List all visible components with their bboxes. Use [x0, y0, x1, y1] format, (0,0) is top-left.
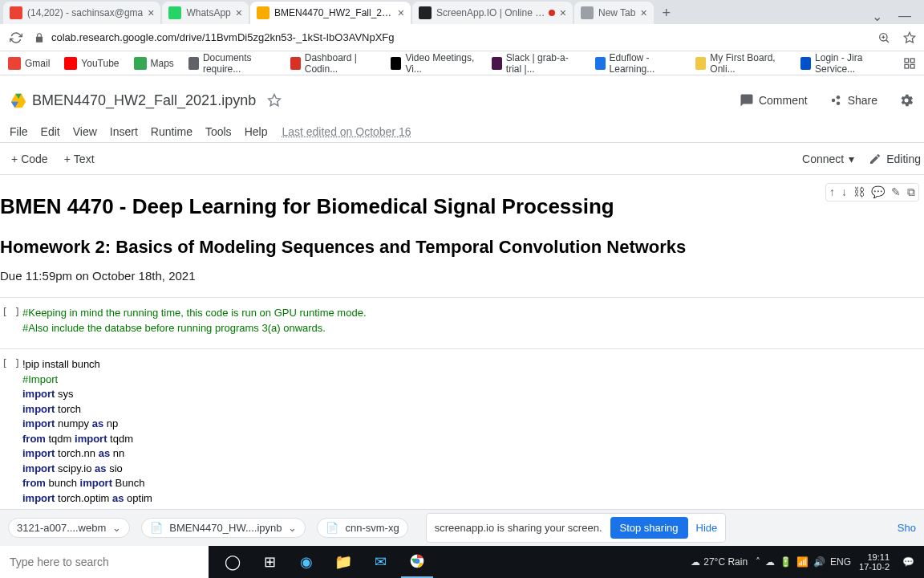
- dashboard-icon: [290, 57, 301, 70]
- code-cell[interactable]: [ ] #Keeping in mind the running time, t…: [0, 298, 924, 344]
- cell-gutter[interactable]: [ ]: [0, 306, 22, 336]
- menu-bar: File Edit View Insert Runtime Tools Help…: [0, 120, 924, 143]
- recording-indicator-icon: [549, 10, 555, 16]
- share-button[interactable]: Share: [829, 93, 877, 108]
- battery-icon[interactable]: 🔋: [780, 556, 792, 568]
- tab-title: BMEN4470_HW2_Fall_2021.ipynb: [274, 7, 393, 18]
- browser-tab[interactable]: ScreenApp.IO | Online Scree ×: [412, 2, 573, 24]
- slack-icon: [492, 57, 502, 70]
- connect-button[interactable]: Connect ▾: [797, 149, 859, 169]
- bookmark-dashboard[interactable]: Dashboard | Codin...: [290, 52, 377, 75]
- link-icon[interactable]: ⛓: [853, 185, 865, 199]
- notebook-area[interactable]: ↑ ↓ ⛓ 💬 ✎ ⧉ BMEN 4470 - Deep Learning fo…: [0, 175, 924, 536]
- bookmark-youtube[interactable]: YouTube: [64, 57, 119, 70]
- mail-icon[interactable]: ✉: [364, 546, 396, 578]
- tab-favicon: [581, 6, 594, 19]
- bookmark-board[interactable]: My First Board, Onli...: [695, 52, 786, 75]
- reading-list-icon[interactable]: [903, 57, 916, 70]
- menu-view[interactable]: View: [67, 124, 103, 140]
- svg-rect-3: [910, 59, 914, 63]
- cortana-icon[interactable]: ◯: [217, 546, 249, 578]
- taskbar-search[interactable]: Type here to search: [0, 546, 209, 578]
- download-item[interactable]: 📄cnn-svm-xg: [317, 518, 407, 538]
- minimize-icon[interactable]: —: [898, 9, 911, 24]
- chevron-down-icon[interactable]: ⌄: [872, 9, 882, 24]
- notifications-icon[interactable]: 💬: [898, 556, 919, 568]
- close-icon[interactable]: ×: [398, 6, 404, 19]
- last-edit-status[interactable]: Last edited on October 16: [282, 125, 411, 138]
- add-text-button[interactable]: +Text: [56, 149, 103, 169]
- lock-icon[interactable]: [34, 32, 45, 43]
- bookmark-label: Video Meetings, Vi...: [405, 52, 476, 75]
- code-body[interactable]: !pip install bunch #Import import sys im…: [22, 357, 173, 521]
- bookmark-maps[interactable]: Maps: [134, 57, 174, 70]
- chevron-down-icon[interactable]: ⌄: [288, 522, 297, 534]
- menu-file[interactable]: File: [3, 124, 34, 140]
- download-item[interactable]: 3121-a007....webm⌄: [8, 518, 130, 538]
- stop-sharing-button[interactable]: Stop sharing: [610, 517, 688, 539]
- download-item[interactable]: 📄BMEN4470_HW....ipynb⌄: [141, 518, 306, 538]
- browser-tab[interactable]: New Tab ×: [574, 2, 654, 24]
- editing-button[interactable]: Editing: [869, 153, 921, 165]
- address-input[interactable]: [51, 31, 877, 43]
- weather-widget[interactable]: ☁27°C Rain: [691, 556, 748, 568]
- svg-rect-2: [905, 59, 909, 63]
- star-icon[interactable]: [267, 93, 282, 108]
- close-icon[interactable]: ×: [148, 6, 154, 19]
- notebook-title[interactable]: BMEN4470_HW2_Fall_2021.ipynb: [32, 92, 256, 109]
- edit-icon[interactable]: ✎: [891, 185, 901, 199]
- bookmark-documents[interactable]: Documents require...: [188, 52, 276, 75]
- chevron-down-icon[interactable]: ⌄: [112, 522, 121, 534]
- language-indicator[interactable]: ENG: [830, 556, 851, 568]
- menu-runtime[interactable]: Runtime: [144, 124, 199, 140]
- bookmark-gmail[interactable]: Gmail: [8, 57, 50, 70]
- add-code-button[interactable]: +Code: [3, 149, 56, 169]
- window-controls: ⌄ —: [872, 9, 921, 24]
- bookmark-jira[interactable]: Login - Jira Service...: [800, 52, 889, 75]
- close-icon[interactable]: ×: [560, 6, 566, 19]
- onedrive-icon[interactable]: ☁: [765, 556, 775, 568]
- menu-tools[interactable]: Tools: [199, 124, 238, 140]
- reload-icon[interactable]: [8, 30, 24, 46]
- browser-tab-active[interactable]: BMEN4470_HW2_Fall_2021.ipynb ×: [250, 2, 411, 24]
- close-icon[interactable]: ×: [640, 6, 646, 19]
- explorer-icon[interactable]: 📁: [327, 546, 359, 578]
- volume-icon[interactable]: 🔊: [813, 556, 825, 568]
- svg-point-10: [831, 99, 835, 103]
- download-filename: 3121-a007....webm: [17, 522, 106, 534]
- zoom-icon[interactable]: [877, 31, 890, 44]
- browser-tab[interactable]: WhatsApp ×: [162, 2, 249, 24]
- wifi-icon[interactable]: 📶: [796, 556, 808, 568]
- taskbar-clock[interactable]: 19:11 17-10-2: [859, 552, 890, 572]
- share-icon: [829, 93, 843, 108]
- move-down-icon[interactable]: ↓: [841, 185, 847, 199]
- chevron-up-icon[interactable]: ˄: [756, 556, 760, 568]
- move-up-icon[interactable]: ↑: [829, 185, 835, 199]
- bookmark-slack[interactable]: Slack | grab-a-trial |...: [492, 52, 581, 75]
- menu-edit[interactable]: Edit: [34, 124, 67, 140]
- star-icon[interactable]: [903, 31, 916, 44]
- bookmark-video[interactable]: Video Meetings, Vi...: [391, 52, 476, 75]
- code-cell[interactable]: [ ] !pip install bunch #Import import sy…: [0, 349, 924, 529]
- chrome-icon[interactable]: [401, 546, 433, 578]
- menu-insert[interactable]: Insert: [103, 124, 144, 140]
- menu-help[interactable]: Help: [238, 124, 274, 140]
- code-body[interactable]: #Keeping in mind the running time, this …: [22, 306, 367, 336]
- comment-button[interactable]: Comment: [740, 93, 808, 108]
- bookmark-eduflow[interactable]: Eduflow - Learning...: [595, 52, 682, 75]
- hide-button[interactable]: Hide: [696, 522, 718, 534]
- bookmark-label: Eduflow - Learning...: [610, 52, 682, 75]
- task-view-icon[interactable]: ⊞: [253, 546, 286, 578]
- mirror-icon[interactable]: ⧉: [907, 185, 915, 199]
- cell-gutter[interactable]: [ ]: [0, 357, 22, 521]
- notebook-toolbar: +Code +Text Connect ▾ Editing: [0, 143, 924, 175]
- new-tab-button[interactable]: +: [655, 2, 678, 24]
- comment-icon[interactable]: 💬: [871, 185, 885, 199]
- tray-icons[interactable]: ˄ ☁ 🔋 📶 🔊 ENG: [756, 556, 851, 568]
- show-all-button[interactable]: Sho: [898, 522, 916, 534]
- browser-tab[interactable]: (14,202) - sachinsax@gma ×: [3, 2, 160, 24]
- edge-icon[interactable]: ◉: [290, 546, 322, 578]
- gear-icon[interactable]: [898, 92, 914, 108]
- tab-favicon: [257, 6, 270, 19]
- close-icon[interactable]: ×: [236, 6, 242, 19]
